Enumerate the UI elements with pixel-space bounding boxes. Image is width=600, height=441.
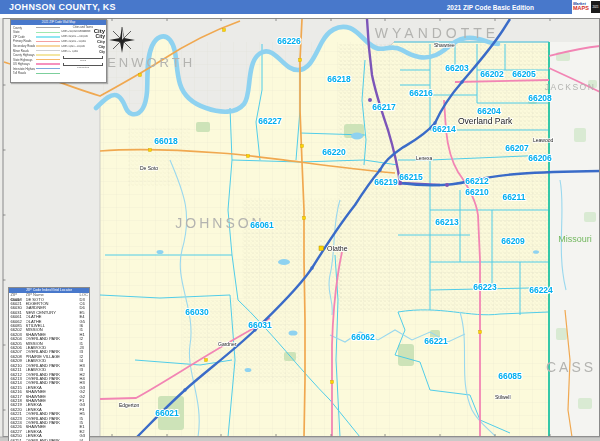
zip-66061: 66061	[250, 220, 274, 230]
legend-city-row: Cities 1 - 5,000City	[61, 49, 105, 54]
county-label-cass: CASS	[546, 359, 596, 375]
zip-66223: 66223	[473, 282, 497, 292]
city-edgerton: Edgerton	[119, 402, 140, 408]
zip-66062: 66062	[351, 332, 375, 342]
zip-index-table[interactable]: ZIP Code Index/Grid Locator ZIP Code ZIP…	[8, 287, 90, 441]
zip-66204: 66204	[477, 106, 501, 116]
legend-line-samples: CountyStateZIP CodePrimary RoadsSecondar…	[11, 25, 61, 76]
zip-66203: 66203	[445, 63, 469, 73]
zip-66210: 66210	[465, 187, 489, 197]
zip-66021: 66021	[155, 408, 179, 418]
zip-66018: 66018	[154, 136, 178, 146]
zip-66211: 66211	[502, 192, 525, 202]
zip-66221: 66221	[424, 336, 448, 346]
legend-box: 2021 ZIP Code Wall Map CountyStateZIP Co…	[10, 19, 107, 83]
city-olathe: Olathe	[327, 245, 348, 252]
city-lenexa: Lenexa	[416, 155, 433, 161]
city-gardner: Gardner	[218, 341, 237, 347]
zip-66217: 66217	[372, 102, 396, 112]
zip-66226: 66226	[277, 36, 301, 46]
zip-66218: 66218	[327, 74, 351, 84]
legend-city-samples: Cities and Towns Cities 250,000 and Abov…	[61, 25, 106, 76]
zip-66213: 66213	[435, 217, 459, 227]
page-title: JOHNSON COUNTY, KS	[9, 2, 116, 12]
city-shawnee: Shawnee	[434, 42, 455, 48]
zip-index-rows: 66018DE SOTOD366021EDGERTONC666030GARDNE…	[9, 298, 89, 441]
marketmaps-logo: Market MAPS 2021	[572, 0, 600, 14]
olathe-dot	[319, 246, 323, 250]
city-de-soto: De Soto	[140, 165, 158, 171]
zip-66031: 66031	[248, 320, 272, 330]
scale-km-label: Kilometers	[61, 66, 105, 69]
zip-66030: 66030	[185, 307, 209, 317]
edition-label: 2021 ZIP Code Basic Edition	[447, 4, 534, 11]
legend-row: Toll Roads	[13, 71, 60, 76]
zip-66214: 66214	[432, 124, 456, 134]
legend-scalebar: Miles Kilometers	[61, 56, 105, 69]
zip-66085: 66085	[498, 371, 522, 381]
title-bar: JOHNSON COUNTY, KS 2021 ZIP Code Basic E…	[0, 0, 572, 14]
zip-66212: 66212	[465, 176, 489, 186]
zip-66219: 66219	[374, 177, 398, 187]
zip-66227: 66227	[258, 116, 282, 126]
logo-text-bottom: MAPS	[573, 5, 589, 11]
zip-66220: 66220	[322, 147, 346, 157]
zip-66224: 66224	[529, 285, 553, 295]
state-label-missouri: Missouri	[558, 234, 592, 244]
city-leawood: Leawood	[533, 137, 554, 143]
map-sheet: JOHNSON COUNTY, KS 2021 ZIP Code Basic E…	[0, 0, 600, 441]
zip-66209: 66209	[501, 236, 525, 246]
zip-66215: 66215	[399, 172, 423, 182]
zip-66208: 66208	[528, 93, 552, 103]
city-overland-park: Overland Park	[458, 116, 513, 126]
zip-66202: 66202	[480, 69, 504, 79]
zip-66216: 66216	[409, 88, 433, 98]
county-label-wyandotte: WYANDOTTE	[375, 25, 499, 41]
zip-66205: 66205	[512, 69, 536, 79]
zip-66207: 66207	[505, 143, 529, 153]
county-label-jackson: JACKSON	[545, 82, 596, 92]
city-stilwell: Stilwell	[495, 394, 511, 400]
zip-66206: 66206	[528, 153, 552, 163]
logo-badge: 2021	[591, 1, 600, 13]
scale-miles-label: Miles	[61, 59, 105, 62]
